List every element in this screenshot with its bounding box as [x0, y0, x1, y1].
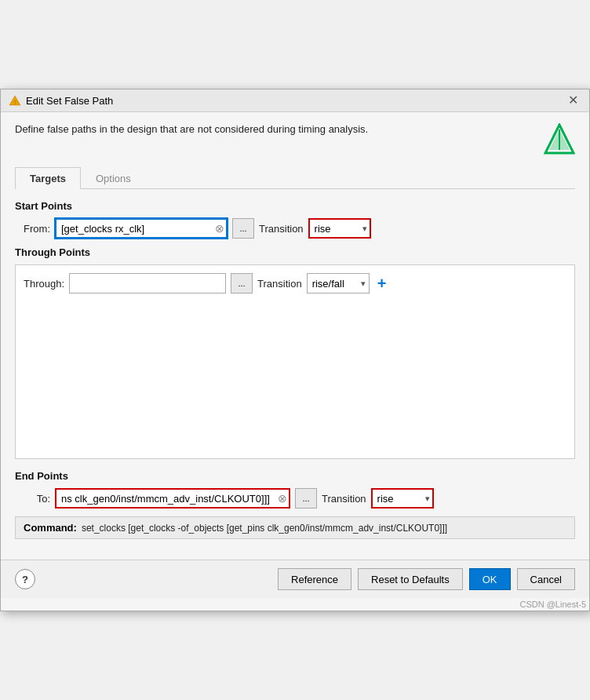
edit-set-false-path-dialog: ! Edit Set False Path ✕ Define false pat… — [0, 89, 590, 611]
through-input-wrapper — [69, 273, 226, 293]
to-transition-select[interactable]: rise fall rise/fall — [371, 488, 434, 509]
from-transition-wrapper: rise fall rise/fall — [308, 218, 371, 239]
through-transition-select[interactable]: rise fall rise/fall — [307, 273, 370, 293]
through-transition-label: Transition — [257, 278, 302, 290]
through-content-area — [24, 293, 566, 450]
cancel-button[interactable]: Cancel — [517, 568, 575, 590]
through-row: Through: ... Transition rise fall rise/f… — [24, 273, 566, 293]
from-input-wrapper: ⊗ — [55, 218, 228, 239]
through-input[interactable] — [69, 273, 226, 293]
footer-left: ? — [15, 569, 35, 589]
end-points-label: End Points — [15, 470, 575, 482]
reference-button[interactable]: Reference — [278, 568, 351, 590]
description-text: Define false paths in the design that ar… — [15, 123, 368, 135]
start-points-row: From: ⊗ ... Transition rise fall rise/fa… — [15, 218, 575, 239]
tab-options[interactable]: Options — [81, 167, 146, 189]
dialog-title: Edit Set False Path — [26, 95, 113, 107]
through-transition-wrapper: rise fall rise/fall — [307, 273, 370, 293]
header-row: Define false paths in the design that ar… — [15, 123, 575, 158]
command-label: Command: — [24, 522, 77, 534]
add-through-button[interactable]: + — [374, 275, 390, 293]
to-transition-label: Transition — [322, 493, 366, 505]
through-points-label: Through Points — [15, 246, 575, 258]
from-label: From: — [15, 223, 50, 235]
title-bar: ! Edit Set False Path ✕ — [1, 89, 589, 112]
from-transition-select[interactable]: rise fall rise/fall — [308, 218, 371, 239]
from-clear-button[interactable]: ⊗ — [215, 223, 224, 234]
help-button[interactable]: ? — [15, 569, 35, 589]
to-transition-wrapper: rise fall rise/fall — [371, 488, 434, 509]
start-points-label: Start Points — [15, 200, 575, 212]
through-label: Through: — [24, 278, 64, 290]
watermark: CSDN @Linest-5 — [1, 598, 589, 611]
from-ellipsis-button[interactable]: ... — [232, 218, 254, 239]
reset-defaults-button[interactable]: Reset to Defaults — [358, 568, 463, 590]
title-bar-left: ! Edit Set False Path — [9, 94, 113, 107]
app-icon: ! — [9, 94, 21, 107]
from-transition-label: Transition — [259, 223, 304, 235]
to-label: To: — [15, 493, 50, 505]
dialog-body: Define false paths in the design that ar… — [1, 112, 589, 560]
command-row: Command: set_clocks [get_clocks -of_obje… — [15, 516, 575, 539]
to-input[interactable] — [55, 488, 290, 509]
through-section: Through: ... Transition rise fall rise/f… — [15, 264, 575, 459]
to-input-wrapper: ⊗ — [55, 488, 290, 509]
tabs-container: Targets Options — [15, 167, 575, 189]
from-input[interactable] — [55, 218, 228, 239]
to-ellipsis-button[interactable]: ... — [295, 488, 317, 509]
tab-targets[interactable]: Targets — [15, 167, 81, 189]
footer: ? Reference Reset to Defaults OK Cancel — [1, 560, 589, 598]
close-button[interactable]: ✕ — [565, 94, 581, 107]
command-value: set_clocks [get_clocks -of_objects [get_… — [82, 523, 447, 534]
ok-button[interactable]: OK — [469, 568, 511, 590]
to-clear-button[interactable]: ⊗ — [278, 493, 287, 504]
end-points-row: To: ⊗ ... Transition rise fall rise/fall — [15, 488, 575, 509]
through-ellipsis-button[interactable]: ... — [231, 273, 253, 293]
svg-text:!: ! — [15, 100, 16, 105]
vivado-logo — [544, 123, 575, 158]
